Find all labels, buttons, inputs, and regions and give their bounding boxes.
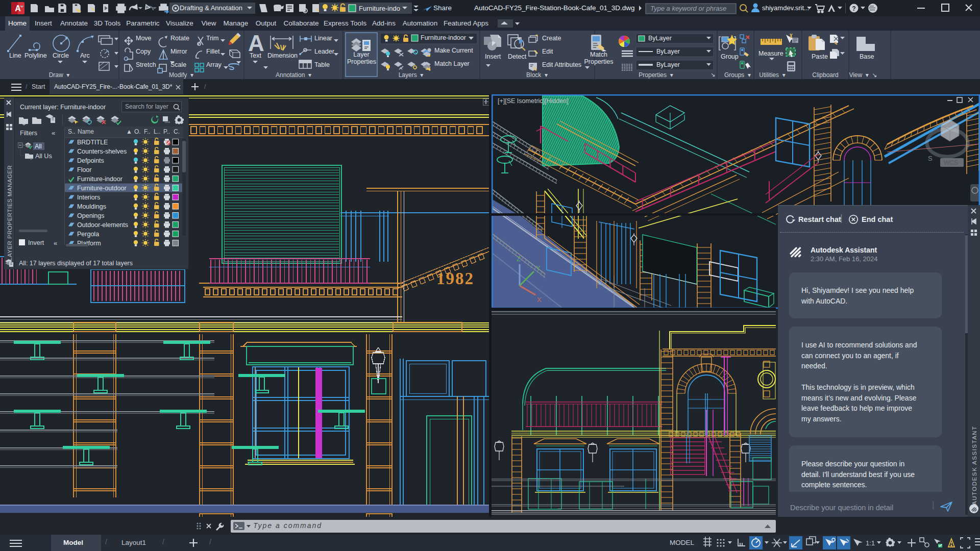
svg-text:Mouldings: Mouldings — [77, 203, 106, 210]
svg-text:[+][SE Isometric][Hidden]: [+][SE Isometric][Hidden] — [498, 97, 569, 105]
svg-text:A: A — [15, 4, 21, 13]
svg-text:Outdoor-elements: Outdoor-elements — [77, 221, 128, 229]
svg-text:1982: 1982 — [436, 269, 474, 288]
svg-text:?: ? — [852, 5, 855, 12]
svg-text:Invert: Invert — [28, 239, 44, 246]
svg-text:Floor: Floor — [77, 166, 91, 173]
svg-text:Y: Y — [536, 264, 541, 272]
svg-text:WCS: WCS — [944, 159, 958, 166]
svg-text:AUTODESK ASSISTANT: AUTODESK ASSISTANT — [971, 425, 977, 505]
svg-text:1:1: 1:1 — [866, 539, 875, 547]
svg-text:X: X — [537, 296, 542, 304]
svg-text:All Us: All Us — [35, 153, 52, 160]
svg-text:All: All — [35, 143, 42, 150]
svg-text:Counters-shelves: Counters-shelves — [77, 148, 127, 155]
svg-text:Defpoints: Defpoints — [77, 157, 104, 164]
svg-text:LAYER PROPERTIES MANAGER: LAYER PROPERTIES MANAGER — [7, 165, 13, 261]
svg-text:BRDTITLE: BRDTITLE — [77, 139, 108, 146]
svg-text:Furniture-indoor: Furniture-indoor — [77, 176, 122, 183]
svg-text:Interiors: Interiors — [77, 194, 100, 201]
svg-text:Pergola: Pergola — [77, 231, 99, 238]
svg-text:S: S — [928, 155, 933, 162]
svg-text:Openings: Openings — [77, 212, 105, 219]
svg-text:Furniture-outdoor: Furniture-outdoor — [77, 185, 127, 192]
svg-text:«: « — [54, 239, 57, 247]
svg-text:Z: Z — [517, 255, 521, 263]
